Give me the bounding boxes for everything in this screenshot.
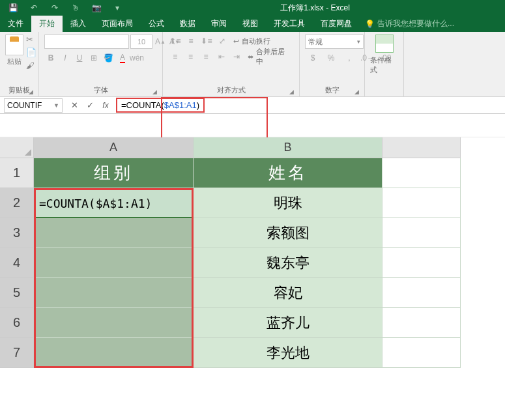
align-right-icon: ≡ (199, 50, 213, 63)
tab-layout[interactable]: 页面布局 (94, 16, 141, 32)
cell-B7[interactable]: 李光地 (194, 338, 382, 368)
font-name-input (44, 35, 129, 49)
cell-A3[interactable] (34, 218, 194, 248)
cell-C6[interactable] (382, 308, 461, 338)
enter-button[interactable]: ✓ (82, 98, 98, 113)
row-header-3[interactable]: 3 (0, 218, 34, 248)
group-clipboard: 粘贴 ✂ 📄 🖌 剪贴板◢ (0, 32, 39, 96)
col-header-C[interactable] (382, 137, 461, 158)
orientation-icon: ⤢ (215, 35, 229, 48)
camera-icon[interactable]: 📷 (90, 1, 103, 14)
wrap-text-button: ↩自动换行 (231, 35, 273, 48)
cell-B2[interactable]: 明珠 (194, 188, 382, 218)
bold-button: B (44, 51, 57, 64)
cell-C4[interactable] (382, 248, 461, 278)
redo-icon[interactable]: ↷ (48, 1, 61, 14)
comma-icon: , (341, 51, 357, 64)
cell-A7[interactable] (34, 338, 194, 368)
row-header-7[interactable]: 7 (0, 338, 34, 368)
fx-button[interactable]: fx (98, 98, 113, 113)
merge-center-button: ⬌合并后居中 (245, 50, 294, 63)
tab-review[interactable]: 审阅 (203, 16, 235, 32)
bulb-icon: 💡 (365, 20, 375, 29)
row-header-2[interactable]: 2 (0, 188, 34, 218)
undo-icon[interactable]: ↶ (27, 1, 40, 14)
cell-A1[interactable]: 组别 (34, 158, 194, 188)
cell-C5[interactable] (382, 278, 461, 308)
cell-B4[interactable]: 魏东亭 (194, 248, 382, 278)
tab-baidu[interactable]: 百度网盘 (313, 16, 360, 32)
window-title: 工作簿1.xlsx - Excel (128, 3, 502, 14)
tab-formulas[interactable]: 公式 (141, 16, 172, 32)
border-button: ⊞ (87, 51, 100, 64)
cell-A6[interactable] (34, 308, 194, 338)
underline-button: U (73, 51, 86, 64)
tell-me[interactable]: 💡告诉我您想要做什么... (360, 16, 459, 32)
cond-format-icon (375, 35, 394, 53)
cell-B3[interactable]: 索额图 (194, 218, 382, 248)
align-label: 对齐方式◢ (168, 84, 294, 96)
cell-A4[interactable] (34, 248, 194, 278)
wrap-icon: ↩ (233, 37, 239, 46)
row-header-5[interactable]: 5 (0, 278, 34, 308)
qat-dropdown-icon[interactable]: ▾ (111, 1, 124, 14)
launcher-icon[interactable]: ◢ (152, 89, 157, 95)
row-header-1[interactable]: 1 (0, 158, 34, 188)
launcher-icon[interactable]: ◢ (354, 89, 359, 95)
align-middle-icon: ≡ (184, 35, 198, 48)
cancel-button[interactable]: ✕ (66, 98, 82, 113)
row-header-4[interactable]: 4 (0, 248, 34, 278)
indent-increase-icon: ⇥ (230, 50, 244, 63)
name-box[interactable]: COUNTIF▼ (4, 98, 63, 113)
tab-data[interactable]: 数据 (172, 16, 203, 32)
spreadsheet-grid: A B 1 组别 姓名 2 =COUNTA($A$1:A1) 明珠 3 索额图 … (0, 137, 505, 368)
cell-B5[interactable]: 容妃 (194, 278, 382, 308)
clipboard-label: 剪贴板◢ (5, 84, 33, 96)
phonetic-button: wén (130, 51, 143, 64)
cut-icon[interactable]: ✂ (26, 35, 36, 45)
fill-color-button: 🪣 (102, 51, 115, 64)
cell-B1[interactable]: 姓名 (194, 158, 382, 188)
align-bottom-icon: ⬇≡ (199, 35, 214, 48)
group-number: 常规▾ $ % , .0→ .00 数字◢ (300, 32, 365, 96)
col-header-B[interactable]: B (194, 137, 382, 158)
group-styles: 条件格式 (365, 32, 404, 96)
formula-input[interactable]: =COUNTA($A$1:A1) (113, 98, 505, 113)
group-alignment: ⬆≡ ≡ ⬇≡ ⤢ ↩自动换行 ≡ ≡ ≡ ⇤ ⇥ ⬌合并后居中 对齐方式◢ (163, 32, 300, 96)
cell-B6[interactable]: 蓝齐儿 (194, 308, 382, 338)
font-label: 字体◢ (44, 84, 157, 96)
currency-icon: $ (305, 51, 321, 64)
indent-decrease-icon: ⇤ (214, 50, 229, 63)
format-painter-icon[interactable]: 🖌 (26, 61, 36, 71)
tell-me-text: 告诉我您想要做什么... (377, 18, 454, 29)
group-font: A▲ A▼ B I U ⊞ 🪣 A wén 字体◢ (39, 32, 163, 96)
cell-C1[interactable] (382, 158, 461, 188)
tab-home[interactable]: 开始 (31, 16, 63, 32)
cell-A2[interactable]: =COUNTA($A$1:A1) (34, 188, 194, 218)
styles-label (370, 94, 398, 96)
merge-icon: ⬌ (248, 53, 253, 61)
col-header-A[interactable]: A (34, 137, 194, 158)
tab-view[interactable]: 视图 (235, 16, 266, 32)
mouse-icon[interactable]: 🖱 (69, 1, 82, 14)
launcher-icon[interactable]: ◢ (29, 89, 33, 95)
font-size-input (130, 35, 152, 49)
cell-A5[interactable] (34, 278, 194, 308)
ribbon-tabs: 文件 开始 插入 页面布局 公式 数据 审阅 视图 开发工具 百度网盘 💡告诉我… (0, 16, 505, 32)
tab-file[interactable]: 文件 (0, 16, 31, 32)
save-icon[interactable]: 💾 (7, 1, 20, 14)
formula-bar: COUNTIF▼ ✕ ✓ fx =COUNTA($A$1:A1) (0, 97, 505, 114)
align-center-icon: ≡ (184, 50, 198, 63)
row-header-6[interactable]: 6 (0, 308, 34, 338)
tab-dev[interactable]: 开发工具 (266, 16, 313, 32)
cell-C3[interactable] (382, 218, 461, 248)
annotation-box (0, 114, 505, 137)
cell-C2[interactable] (382, 188, 461, 218)
chevron-down-icon[interactable]: ▼ (53, 102, 59, 109)
cell-C7[interactable] (382, 338, 461, 368)
paste-button: 粘贴 (5, 35, 23, 66)
tab-insert[interactable]: 插入 (63, 16, 94, 32)
select-all-corner[interactable] (0, 137, 34, 158)
launcher-icon[interactable]: ◢ (289, 89, 294, 95)
copy-icon[interactable]: 📄 (26, 48, 36, 58)
